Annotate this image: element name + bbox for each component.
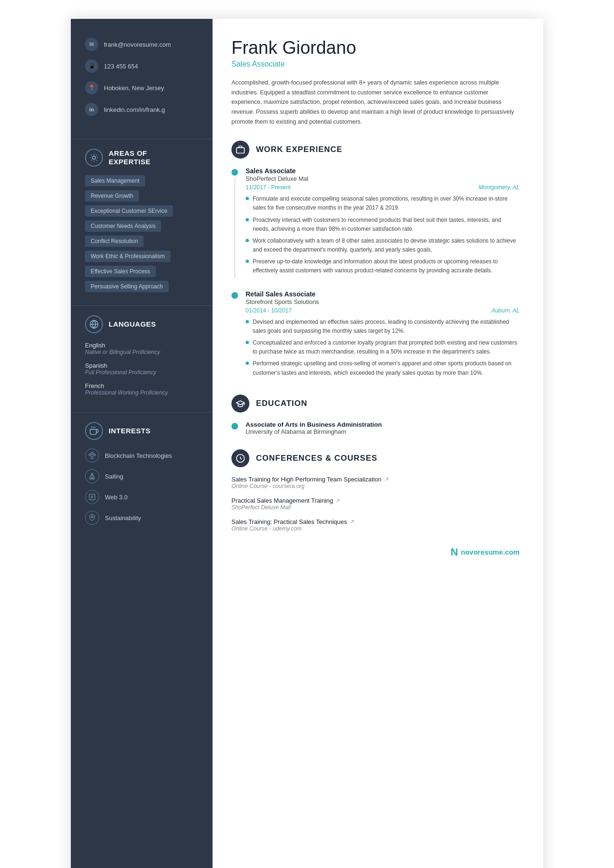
conferences-header: CONFERENCES & COURSES <box>231 449 520 467</box>
languages-icon <box>85 315 103 333</box>
ext-link-icon-2: ↗ <box>336 497 340 504</box>
svg-rect-6 <box>94 454 95 456</box>
contact-email: ✉ frank@novoresume.com <box>85 38 198 51</box>
timeline-dot-2 <box>231 292 238 299</box>
conf-source-2: ShoPerfect Deluxe Mall <box>231 504 520 511</box>
skill-badge: Conflict Resolution <box>85 236 144 247</box>
expertise-section: AREAS OF EXPERTISE Sales Management Reve… <box>71 139 213 305</box>
conf-entry-3: Sales Training: Practical Sales Techniqu… <box>231 518 520 532</box>
bullet-dot <box>246 362 249 365</box>
bullet-item: Conceptualized and enforced a customer l… <box>246 338 520 356</box>
contact-section: ✉ frank@novoresume.com 📱 123 455 654 📍 H… <box>71 19 213 139</box>
interests-header: INTERESTS <box>85 422 198 440</box>
bullet-dot <box>246 239 249 242</box>
bullet-item: Devised and implemented an effective sal… <box>246 318 520 336</box>
work-section-title: WORK EXPERIENCE <box>256 145 342 154</box>
web3-icon <box>85 490 99 504</box>
timeline-dot-1 <box>231 169 238 176</box>
svg-rect-7 <box>91 452 93 454</box>
candidate-title: Sales Associate <box>231 60 520 68</box>
sustainability-icon <box>85 511 99 525</box>
work-experience-header: WORK EXPERIENCE <box>231 141 520 159</box>
interest-sustainability: Sustainability <box>85 511 198 525</box>
education-icon <box>231 395 249 413</box>
interests-icon <box>85 422 103 440</box>
conf-source-1: Online Course - coursera.org <box>231 483 520 489</box>
phone-icon: 📱 <box>85 59 98 73</box>
languages-header: LANGUAGES <box>85 315 198 333</box>
conf-entry-2: Practical Sales Management Training ↗ Sh… <box>231 497 520 511</box>
bullet-dot <box>246 197 249 200</box>
bullet-dot <box>246 320 249 323</box>
blockchain-icon <box>85 448 99 463</box>
interests-section: INTERESTS Blockchain Technologies Sailin… <box>71 412 213 541</box>
company-2: Storefront Sports Solutions <box>246 298 520 305</box>
conferences-section-title: CONFERENCES & COURSES <box>256 454 377 463</box>
contact-phone: 📱 123 455 654 <box>85 59 198 73</box>
main-content: Frank Giordano Sales Associate Accomplis… <box>213 19 543 868</box>
work-location-2: Auburn, AL <box>491 307 520 314</box>
skill-badge: Customer Needs Analysis <box>85 220 161 232</box>
logo-text: novoresume.com <box>461 548 520 556</box>
email-icon: ✉ <box>85 38 98 51</box>
edu-dot <box>231 423 238 430</box>
education-header: EDUCATION <box>231 395 520 413</box>
bullet-item: Preserve up-to-date knowledge and inform… <box>246 257 520 275</box>
skill-badge: Effective Sales Process <box>85 266 156 277</box>
company-1: ShoPerfect Deluxe Mal <box>246 175 520 182</box>
conferences-section: CONFERENCES & COURSES Sales Training for… <box>231 449 520 532</box>
work-dates-2: 01/2014 - 10/2017 <box>246 307 291 314</box>
expertise-header: AREAS OF EXPERTISE <box>85 149 198 167</box>
expertise-icon <box>85 149 103 167</box>
ext-link-icon-3: ↗ <box>350 519 354 525</box>
contact-linkedin: in linkedin.com/in/frank.g <box>85 103 198 116</box>
education-section: EDUCATION Associate of Arts in Business … <box>231 395 520 435</box>
skill-badge: Exceptional Customer SErvice <box>85 205 173 217</box>
work-location-1: Montgomery, AL <box>478 184 520 191</box>
bullet-dot <box>246 260 249 263</box>
work-entry-2: Retail Sales Associate Storefront Sports… <box>231 290 520 380</box>
edu-body: Associate of Arts in Business Administra… <box>246 421 382 435</box>
interest-blockchain: Blockchain Technologies <box>85 448 198 463</box>
bullet-dot <box>246 341 249 344</box>
job-title-1: Sales Associate <box>246 167 520 175</box>
timeline-2 <box>231 290 238 380</box>
svg-point-15 <box>91 516 93 518</box>
summary-text: Accomplished, growth-focused professiona… <box>231 78 520 126</box>
location-icon: 📍 <box>85 81 98 94</box>
timeline-line-1 <box>234 177 235 278</box>
skill-badge: Revenue Growth <box>85 190 139 202</box>
candidate-name: Frank Giordano <box>231 38 520 58</box>
sailing-icon <box>85 469 99 483</box>
linkedin-icon: in <box>85 103 98 116</box>
logo-n-letter: N <box>451 546 458 558</box>
svg-rect-16 <box>237 148 245 153</box>
sidebar: ✉ frank@novoresume.com 📱 123 455 654 📍 H… <box>71 19 213 868</box>
edu-school: University of Alabama at Birmingham <box>246 428 382 435</box>
ext-link-icon: ↗ <box>384 476 389 482</box>
svg-rect-8 <box>91 457 93 459</box>
bullet-item: Proactively interact with customers to r… <box>246 216 520 234</box>
language-item-english: English Native or Bilingual Proficiency <box>85 342 198 355</box>
skill-badge: Work Ethic & Professionalism <box>85 251 171 262</box>
conf-title-1: Sales Training for High Performing Team … <box>231 476 520 483</box>
conf-title-2: Practical Sales Management Training ↗ <box>231 497 520 504</box>
language-item-spanish: Spanish Full Professional Proficiency <box>85 362 198 376</box>
work-body-2: Retail Sales Associate Storefront Sports… <box>246 290 520 380</box>
bullet-item: Performed strategic upselling and cross-… <box>246 359 520 377</box>
bullet-item: Formulate and execute compelling seasona… <box>246 194 520 212</box>
bullet-item: Work collaboratively with a team of 8 ot… <box>246 236 520 254</box>
interest-sailing: Sailing <box>85 469 198 483</box>
skill-badge: Sales Management <box>85 175 145 186</box>
edu-entry-1: Associate of Arts in Business Administra… <box>231 421 520 435</box>
conf-entry-1: Sales Training for High Performing Team … <box>231 476 520 489</box>
skill-badge: Persuasive Selling Approach <box>85 281 169 292</box>
skills-list: Sales Management Revenue Growth Exceptio… <box>85 175 198 296</box>
work-experience-section: WORK EXPERIENCE Sales Associate ShoPerfe… <box>231 141 520 380</box>
languages-section: LANGUAGES English Native or Bilingual Pr… <box>71 305 213 412</box>
work-meta-1: 11/2017 - Present Montgomery, AL <box>246 184 520 191</box>
work-icon <box>231 141 249 159</box>
timeline-1 <box>231 167 238 278</box>
svg-point-0 <box>93 156 96 160</box>
conf-title-3: Sales Training: Practical Sales Techniqu… <box>231 518 520 525</box>
